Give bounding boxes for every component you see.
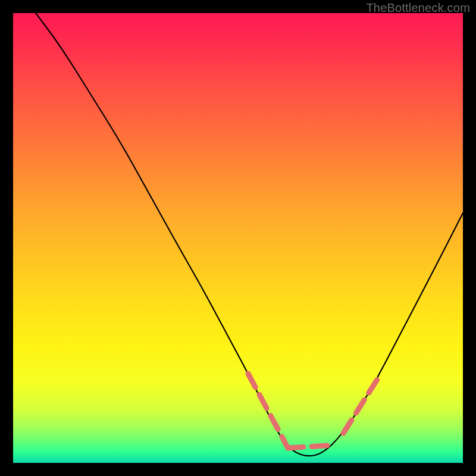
chart-frame: TheBottleneck.com [0, 0, 476, 476]
plot-area [13, 13, 463, 463]
watermark-text: TheBottleneck.com [366, 1, 470, 15]
bottleneck-curve [36, 13, 463, 456]
dashed-overlay-2 [343, 377, 379, 433]
curve-layer [13, 13, 463, 463]
dashed-overlay-0 [248, 374, 288, 448]
dashed-overlay-1 [288, 445, 334, 448]
